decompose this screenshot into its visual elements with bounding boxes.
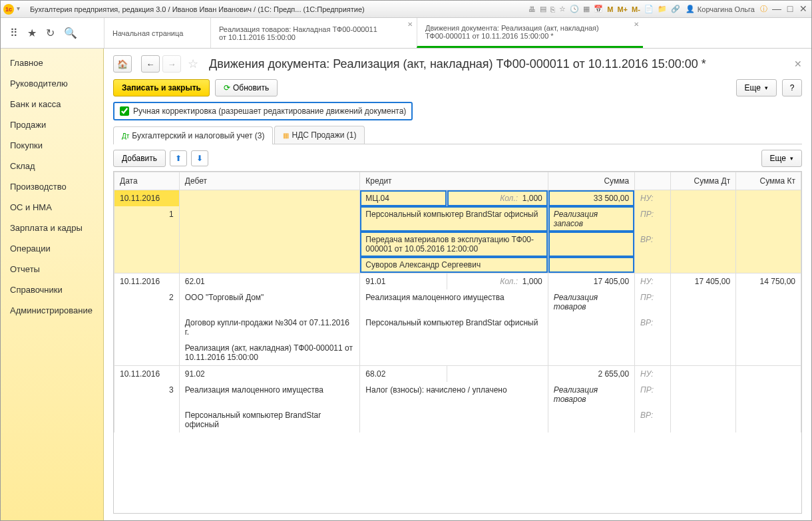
user-name: Корчагина Ольга	[698, 5, 755, 13]
save-close-button[interactable]: Записать и закрыть	[113, 79, 210, 96]
ledger-icon: Дт	[122, 132, 129, 140]
window-title: Бухгалтерия предприятия, редакция 3.0 / …	[30, 5, 528, 13]
home-button[interactable]: 🏠	[113, 55, 132, 73]
page-title: Движения документа: Реализация (акт, нак…	[209, 57, 791, 71]
tab-strip: ⠿ ★ ↻ 🔍 Начальная страница Реализация то…	[1, 18, 811, 49]
sidebar-item[interactable]: Зарплата и кадры	[1, 218, 103, 238]
link-icon[interactable]: 🔗	[671, 5, 680, 13]
main-content: 🏠 ← → ☆ Движения документа: Реализация (…	[104, 49, 811, 520]
sidebar-item[interactable]: Покупки	[1, 135, 103, 156]
sidebar: Главное Руководителю Банк и касса Продаж…	[1, 49, 104, 520]
table-row[interactable]: 10.11.2016 91.02 68.02 2 655,00 НУ: 3 Ре…	[114, 366, 801, 433]
tab-close-icon[interactable]: ✕	[634, 21, 639, 28]
folder-icon[interactable]: 📁	[658, 5, 667, 13]
refresh-button[interactable]: ⟳ Обновить	[215, 79, 278, 96]
more-button-2[interactable]: Еще	[761, 150, 802, 167]
maximize-button[interactable]: □	[785, 4, 795, 15]
star-icon[interactable]: ★	[27, 27, 37, 39]
sidebar-item[interactable]: Администрирование	[1, 300, 103, 321]
user-icon: 👤	[686, 5, 695, 13]
memory-mplus[interactable]: M+	[617, 5, 628, 13]
move-down-button[interactable]: ⬇	[191, 150, 208, 166]
sidebar-item[interactable]: Банк и касса	[1, 94, 103, 114]
manual-correction-label: Ручная корректировка (разрешает редактир…	[133, 106, 406, 116]
memory-m[interactable]: M	[607, 5, 613, 13]
memory-mminus[interactable]: M-	[632, 5, 640, 13]
sidebar-item[interactable]: Главное	[1, 53, 103, 73]
search-icon[interactable]: 🔍	[64, 27, 77, 39]
back-button[interactable]: ←	[141, 55, 160, 73]
info-icon[interactable]: ⓘ	[760, 4, 767, 14]
refresh-icon: ⟳	[224, 83, 230, 92]
minimize-button[interactable]: —	[771, 4, 782, 15]
print-icon[interactable]: 🖶	[528, 5, 536, 13]
forward-button[interactable]: →	[162, 55, 181, 73]
table-row[interactable]: 10.11.2016 МЦ.04 Кол.: 1,000 33 500,00 Н…	[114, 190, 801, 274]
sidebar-item[interactable]: Продажи	[1, 114, 103, 135]
subtab-vat[interactable]: ▦ НДС Продажи (1)	[274, 126, 365, 144]
page-close-icon[interactable]: ✕	[794, 59, 802, 69]
history-icon[interactable]: ↻	[46, 27, 55, 39]
table-row[interactable]: 10.11.2016 62.01 91.01 Кол.: 1,000 17 40…	[114, 273, 801, 366]
calendar-icon[interactable]: 📅	[594, 5, 603, 13]
clock-icon[interactable]: 🕓	[570, 5, 579, 13]
app-window: 1c ▾ Бухгалтерия предприятия, редакция 3…	[0, 0, 812, 521]
new-doc-icon[interactable]: 📄	[644, 5, 654, 13]
sidebar-item[interactable]: ОС и НМА	[1, 197, 103, 218]
sidebar-item[interactable]: Операции	[1, 238, 103, 259]
tab-home[interactable]: Начальная страница	[104, 18, 210, 48]
titlebar: 1c ▾ Бухгалтерия предприятия, редакция 3…	[1, 1, 811, 18]
copy-icon[interactable]: ⎘	[550, 5, 555, 13]
move-up-button[interactable]: ⬆	[170, 150, 187, 166]
sidebar-item[interactable]: Руководителю	[1, 73, 103, 94]
favorite-icon[interactable]: ☆	[559, 5, 566, 13]
doc-icon[interactable]: ▤	[540, 5, 546, 13]
sidebar-item[interactable]: Производство	[1, 176, 103, 197]
apps-icon[interactable]: ⠿	[10, 27, 18, 39]
history-dropdown-icon[interactable]: ▾	[17, 5, 26, 14]
entries-grid[interactable]: Дата Дебет Кредит Сумма Сумма Дт Сумма К…	[113, 171, 802, 514]
register-icon: ▦	[283, 132, 289, 139]
sidebar-item[interactable]: Склад	[1, 156, 103, 176]
sidebar-item[interactable]: Отчеты	[1, 259, 103, 279]
close-button[interactable]: ✕	[798, 4, 809, 15]
favorite-star-icon[interactable]: ☆	[188, 57, 198, 71]
add-button[interactable]: Добавить	[113, 150, 166, 167]
manual-correction-checkbox[interactable]	[120, 106, 129, 116]
help-button[interactable]: ?	[782, 79, 802, 96]
grid-header: Дата Дебет Кредит Сумма Сумма Дт Сумма К…	[114, 172, 801, 190]
tab-close-icon[interactable]: ✕	[407, 21, 413, 28]
subtab-accounting[interactable]: Дт Бухгалтерский и налоговый учет (3)	[113, 126, 273, 144]
manual-correction-row[interactable]: Ручная корректировка (разрешает редактир…	[113, 102, 413, 120]
tab-movements[interactable]: Движения документа: Реализация (акт, нак…	[417, 18, 643, 48]
tab-realization[interactable]: Реализация товаров: Накладная ТФ00-00001…	[210, 18, 417, 48]
app-logo-icon: 1c	[3, 4, 14, 15]
sidebar-item[interactable]: Справочники	[1, 279, 103, 300]
more-button[interactable]: Еще	[736, 79, 777, 96]
user-badge[interactable]: 👤 Корчагина Ольга	[686, 5, 755, 13]
calc-icon[interactable]: ▦	[583, 5, 590, 13]
